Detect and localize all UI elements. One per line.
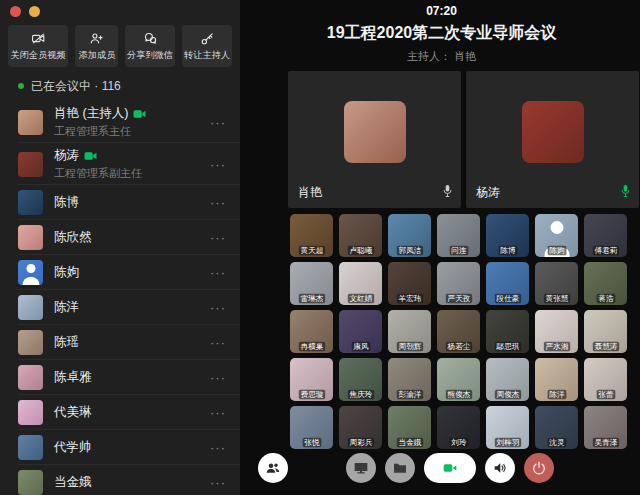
featured-video-tile[interactable]: 杨涛 [466,71,639,208]
participant-row[interactable]: 杨涛 工程管理系副主任 ··· [0,143,240,185]
meeting-host-label: 主持人： 肖艳 [240,49,640,64]
action-button-0[interactable]: 关闭全员视频 [8,25,68,67]
more-options-button[interactable]: ··· [204,300,226,315]
attendee-tile[interactable]: 黄张慧 [535,262,578,305]
attendee-tile[interactable]: 张悦 [290,406,333,449]
in-meeting-count: 已在会议中 · 116 [31,78,121,95]
participant-name: 杨若尘 [445,342,471,351]
more-options-button[interactable]: ··· [204,440,226,455]
participant-name: 冉横巢 [298,342,324,351]
attendee-tile[interactable]: 卢聪曦 [339,214,382,257]
attendee-tile[interactable]: 蒋浩 [584,262,627,305]
participant-name: 黄天超 [298,246,324,255]
participant-name: 陈姁 [547,246,566,255]
attendee-tile[interactable]: 陈博 [486,214,529,257]
attendee-tile[interactable]: 吴青泽 [584,406,627,449]
more-options-button[interactable]: ··· [204,115,226,130]
participant-name: 张蕾 [596,390,615,399]
avatar [18,225,43,250]
camera-button[interactable] [424,453,476,483]
participant-row[interactable]: 陈欣然 ··· [0,220,240,255]
avatar [344,101,406,163]
attendee-tile[interactable]: 问连 [437,214,480,257]
attendee-tile[interactable]: 段仕豪 [486,262,529,305]
attendee-tile[interactable]: 周朝辉 [388,310,431,353]
more-options-button[interactable]: ··· [204,157,226,172]
attendee-tile[interactable]: 彭渝洋 [388,358,431,401]
more-options-button[interactable]: ··· [204,405,226,420]
participant-row[interactable]: 肖艳 (主持人) 工程管理系主任 ··· [0,101,240,143]
attendee-tile[interactable]: 郭凤洁 [388,214,431,257]
participant-row[interactable]: 当金娥 ··· [0,465,240,495]
participant-row[interactable]: 陈姁 ··· [0,255,240,290]
featured-video-tile[interactable]: 肖艳 [288,71,461,208]
participant-row[interactable]: 陈博 ··· [0,185,240,220]
attendee-tile[interactable]: 沈灵 [535,406,578,449]
window-controls [0,0,240,22]
attendee-tile[interactable]: 费思璇 [290,358,333,401]
attendee-tile[interactable]: 刘梓羽 [486,406,529,449]
close-window-button[interactable] [10,6,21,17]
video-on-icon [84,151,97,161]
participant-name: 严水湘 [543,342,569,351]
meeting-main-panel: 07:20 19工程2020第二次专业导师会议 主持人： 肖艳 肖艳 杨涛 黄天… [240,0,640,495]
attendee-tile[interactable]: 羊宏玮 [388,262,431,305]
attendee-tile[interactable]: 冉横巢 [290,310,333,353]
screen-share-button[interactable] [346,453,376,483]
attendee-tile[interactable]: 周彩兵 [339,406,382,449]
participant-name: 彭渝洋 [396,390,422,399]
action-button-2[interactable]: 分享到微信 [125,25,175,67]
attendee-tile[interactable]: 雷琳杰 [290,262,333,305]
more-options-button[interactable]: ··· [204,475,226,490]
more-options-button[interactable]: ··· [204,370,226,385]
online-status-dot [18,83,24,89]
attendee-tile[interactable]: 陈姁 [535,214,578,257]
action-button-3[interactable]: 转让主持人 [182,25,232,67]
participant-name: 刘玲 [449,438,468,447]
share-file-button[interactable] [385,453,415,483]
participant-name: 陈姁 [54,264,79,281]
attendee-tile[interactable]: 焦庆玲 [339,358,382,401]
action-button-1[interactable]: 添加成员 [75,25,118,67]
minimize-window-button[interactable] [29,6,40,17]
participant-name: 周朝辉 [396,342,422,351]
participant-row[interactable]: 陈洋 ··· [0,290,240,325]
attendee-tile[interactable]: 严天孜 [437,262,480,305]
participant-name: 问连 [449,246,468,255]
attendee-tile[interactable]: 陈洋 [535,358,578,401]
avatar [18,435,43,460]
attendee-tile[interactable]: 严水湘 [535,310,578,353]
attendee-tile[interactable]: 刘玲 [437,406,480,449]
more-options-button[interactable]: ··· [204,265,226,280]
leave-button[interactable] [524,453,554,483]
attendee-tile[interactable]: 杨若尘 [437,310,480,353]
attendee-tile[interactable]: 周俊杰 [486,358,529,401]
meeting-title: 19工程2020第二次专业导师会议 [240,23,640,44]
participants-button[interactable] [258,453,288,483]
attendee-tile[interactable]: 文红娟 [339,262,382,305]
participant-name: 陈洋 [547,390,566,399]
participant-name: 刘梓羽 [494,438,520,447]
more-options-button[interactable]: ··· [204,230,226,245]
attendee-tile[interactable]: 聂慧涛 [584,310,627,353]
attendee-tile[interactable]: 康风 [339,310,382,353]
meeting-status-row: 已在会议中 · 116 [0,71,240,101]
attendee-tile[interactable]: 鄢思琪 [486,310,529,353]
participant-row[interactable]: 代学帅 ··· [0,430,240,465]
attendee-tile[interactable]: 张蕾 [584,358,627,401]
attendee-tile[interactable]: 熊俊杰 [437,358,480,401]
attendee-tile[interactable]: 黄天超 [290,214,333,257]
attendee-thumbnail-grid: 黄天超 卢聪曦 郭凤洁 问连 陈博 陈姁 傅君莉 雷琳杰 文红娟 羊宏玮 严天孜… [240,208,640,449]
participant-name: 费思璇 [298,390,324,399]
attendee-tile[interactable]: 傅君莉 [584,214,627,257]
more-options-button[interactable]: ··· [204,335,226,350]
more-options-button[interactable]: ··· [204,195,226,210]
participant-name: 焦庆玲 [347,390,373,399]
participant-row[interactable]: 代美琳 ··· [0,395,240,430]
participant-row[interactable]: 陈瑶 ··· [0,325,240,360]
attendee-tile[interactable]: 当金娥 [388,406,431,449]
participant-row[interactable]: 陈卓雅 ··· [0,360,240,395]
participant-name: 周俊杰 [494,390,520,399]
participant-name: 代美琳 [54,404,92,421]
speaker-button[interactable] [485,453,515,483]
